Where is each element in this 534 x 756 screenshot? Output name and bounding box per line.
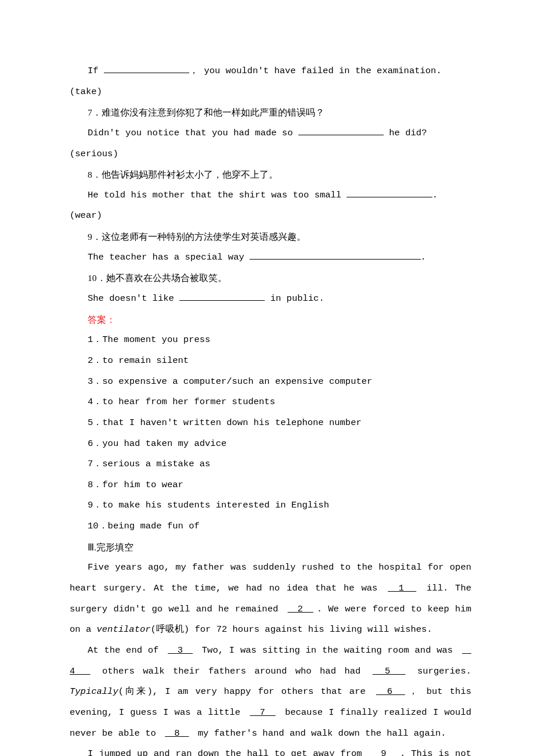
question-9-en: The teacher has a special way . bbox=[70, 247, 471, 268]
q9b-text: The teacher has a special way bbox=[88, 252, 250, 262]
question-7-zh: 7．难道你没有注意到你犯了和他一样如此严重的错误吗？ bbox=[70, 102, 471, 123]
answer-1: 1．The moment you press bbox=[70, 330, 471, 351]
section-3-title: Ⅲ.完形填空 bbox=[70, 537, 471, 558]
p2g: my father's hand and walk down the hall … bbox=[192, 728, 446, 739]
q6b-text: If bbox=[88, 66, 104, 76]
answer-9: 9．to make his students interested in Eng… bbox=[70, 495, 471, 516]
answer-4: 4．to hear from her former students bbox=[70, 392, 471, 413]
blank-q9[interactable] bbox=[250, 250, 421, 260]
question-8-en: He told his mother that the shirt was to… bbox=[70, 185, 471, 226]
question-10-zh: 10．她不喜欢在公共场合被取笑。 bbox=[70, 268, 471, 289]
answer-5: 5．that I haven't written down his teleph… bbox=[70, 413, 471, 434]
cloze-blank-1[interactable]: 1 bbox=[384, 583, 420, 593]
cloze-blank-2[interactable]: 2 bbox=[284, 604, 317, 614]
question-9-zh: 9．这位老师有一种特别的方法使学生对英语感兴趣。 bbox=[70, 226, 471, 247]
cloze-paragraph-2: At the end of 3 Two, I was sitting in th… bbox=[70, 640, 471, 744]
cloze-paragraph-1: Five years ago, my father was suddenly r… bbox=[70, 557, 471, 640]
p2c: others walk their fathers around who had… bbox=[94, 666, 369, 676]
p2a: At the end of bbox=[88, 645, 164, 656]
blank-q10[interactable] bbox=[179, 291, 265, 301]
answer-3: 3．so expensive a computer/such an expens… bbox=[70, 372, 471, 393]
q10b-text: She doesn't like bbox=[88, 293, 179, 304]
p2b: Two, I was sitting in the waiting room a… bbox=[196, 645, 459, 656]
cloze-blank-5[interactable]: 5 bbox=[369, 666, 409, 676]
typically-cn: (向来), I am very happy for others that ar… bbox=[118, 686, 373, 697]
ventilator-italic: ventilator bbox=[97, 624, 151, 635]
typically-italic: Typically bbox=[70, 686, 118, 697]
q10c-text: in public. bbox=[265, 293, 324, 304]
answer-10: 10．being made fun of bbox=[70, 516, 471, 537]
q8b-text: He told his mother that the shirt was to… bbox=[88, 190, 347, 200]
answer-6: 6．you had taken my advice bbox=[70, 434, 471, 455]
blank-q8[interactable] bbox=[347, 188, 432, 197]
p3a: I jumped up and ran down the hall to get… bbox=[88, 748, 368, 756]
q9c-text: . bbox=[421, 252, 426, 262]
question-10-en: She doesn't like in public. bbox=[70, 289, 471, 309]
page: If ， you wouldn't have failed in the exa… bbox=[0, 0, 534, 756]
answer-8: 8．for him to wear bbox=[70, 475, 471, 496]
question-8-zh: 8．他告诉妈妈那件衬衫太小了，他穿不上了。 bbox=[70, 164, 471, 185]
question-7-en: Didn't you notice that you had made so h… bbox=[70, 123, 471, 164]
cloze-blank-7[interactable]: 7 bbox=[246, 707, 279, 718]
question-6-line-b: If ， you wouldn't have failed in the exa… bbox=[70, 61, 471, 102]
q7b-text: Didn't you notice that you had made so bbox=[88, 128, 298, 138]
cloze-blank-3[interactable]: 3 bbox=[164, 645, 196, 656]
cloze-blank-6[interactable]: 6 bbox=[373, 686, 409, 697]
answer-7: 7．serious a mistake as bbox=[70, 454, 471, 475]
cloze-blank-9[interactable]: 9 bbox=[368, 748, 400, 756]
cloze-blank-8[interactable]: 8 bbox=[161, 728, 192, 739]
answer-2: 2．to remain silent bbox=[70, 351, 471, 372]
p2d: surgeries. bbox=[409, 666, 471, 676]
blank-q7[interactable] bbox=[298, 125, 384, 135]
answers-title: 答案： bbox=[70, 309, 471, 330]
cloze-paragraph-3: I jumped up and ran down the hall to get… bbox=[70, 744, 471, 756]
ventilator-cn: (呼吸机) for 72 hours against his living wi… bbox=[151, 624, 432, 635]
blank-q6[interactable] bbox=[104, 64, 189, 74]
